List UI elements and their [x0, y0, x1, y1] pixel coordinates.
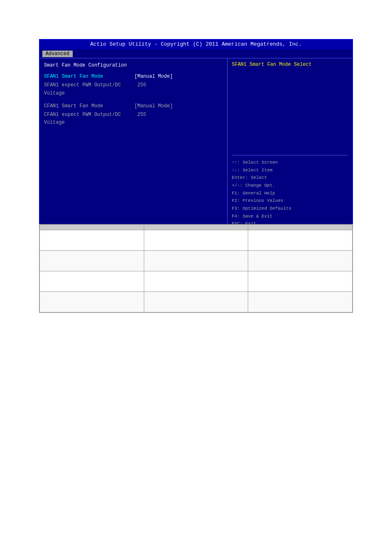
bios-left-panel: Smart Fan Mode Configuration SFAN1 Smart… [40, 58, 227, 231]
bios-keys: ↑↑: Select Screen ↑↓: Select Item Enter:… [232, 159, 348, 228]
bios-right-panel: SFAN1 Smart Fan Mode Select ↑↑: Select S… [227, 58, 352, 231]
table-body [40, 230, 353, 312]
bios-titlebar: Actio Setup Utility - Copyright (C) 2011… [40, 40, 352, 49]
list-item: CFAN1 Smart Fan Mode [Manual Mode] [44, 102, 223, 110]
table-row [40, 251, 353, 271]
table-cell [144, 230, 248, 251]
bios-main-content: Smart Fan Mode Configuration SFAN1 Smart… [40, 58, 352, 231]
data-table [39, 224, 353, 312]
table-cell [248, 292, 353, 312]
key-select-item: ↑↓: Select Item [232, 166, 348, 174]
table-col-3-header [248, 225, 353, 230]
cfan1-mode-value: [Manual Mode] [134, 102, 173, 110]
key-f4: F4: Save & Exit [232, 213, 348, 220]
list-item: CFAN1 expect PWM Output/DC Voltage 255 [44, 111, 223, 127]
table-cell [144, 292, 248, 312]
bios-screen: Actio Setup Utility - Copyright (C) 2011… [39, 39, 353, 240]
key-enter: Enter: Select [232, 174, 348, 182]
table-cell [40, 230, 144, 251]
table-cell [144, 251, 248, 271]
key-f1: F1: General Help [232, 190, 348, 197]
table-cell [248, 251, 353, 271]
group-gap [44, 98, 223, 102]
table-cell [40, 271, 144, 292]
sfan1-pwm-value: 255 [134, 81, 146, 97]
table-row [40, 271, 353, 292]
table-header-row [40, 225, 353, 230]
table-header [40, 225, 353, 230]
bios-title-text: Actio Setup Utility - Copyright (C) 2011… [90, 41, 302, 47]
list-item: SFAN1 expect PWM Output/DC Voltage 255 [44, 81, 223, 97]
table-row [40, 292, 353, 312]
table-col-1-header [40, 225, 144, 230]
sfan1-mode-value: [Manual Mode] [134, 73, 173, 81]
table-cell [248, 230, 353, 251]
bios-section-title: Smart Fan Mode Configuration [44, 62, 223, 69]
table-cell [248, 271, 353, 292]
table-cell [40, 292, 144, 312]
table-row [40, 230, 353, 251]
key-change-opt: +/-: Change Opt. [232, 182, 348, 190]
bios-tab-advanced[interactable]: Advanced [42, 51, 73, 57]
bios-help-divider [232, 155, 348, 155]
cfan1-pwm-label: CFAN1 expect PWM Output/DC Voltage [44, 111, 134, 127]
bios-tabbar: Advanced [40, 49, 352, 58]
table-cell [40, 251, 144, 271]
sfan1-pwm-label: SFAN1 expect PWM Output/DC Voltage [44, 81, 134, 97]
key-f3: F3: Optimized Defaults [232, 205, 348, 213]
data-table-wrapper [39, 224, 353, 313]
bios-help-text: SFAN1 Smart Fan Mode Select [232, 62, 348, 67]
table-col-2-header [144, 225, 248, 230]
table-cell [144, 271, 248, 292]
key-f2: F2: Previous Values [232, 197, 348, 205]
key-select-screen: ↑↑: Select Screen [232, 159, 348, 166]
sfan1-mode-label: SFAN1 Smart Fan Mode [44, 73, 134, 81]
cfan1-pwm-value: 255 [134, 111, 146, 127]
cfan1-mode-label: CFAN1 Smart Fan Mode [44, 102, 134, 110]
list-item: SFAN1 Smart Fan Mode [Manual Mode] [44, 73, 223, 81]
